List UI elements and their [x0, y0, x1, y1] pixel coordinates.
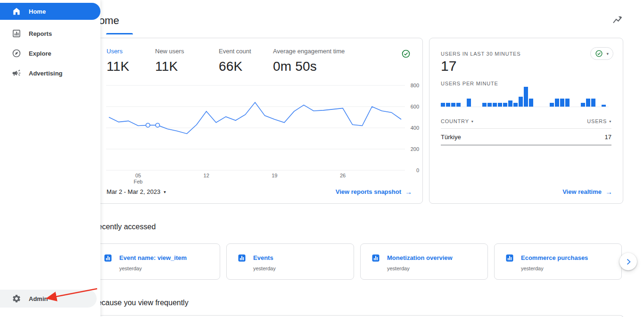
users-per-minute-label: USERS PER MINUTE [441, 81, 498, 86]
users-cell: 17 [605, 133, 611, 141]
realtime-status-button[interactable]: ▾ [590, 47, 613, 60]
analytics-icon [372, 254, 380, 262]
per-minute-bar [586, 99, 590, 107]
users-sort-header[interactable]: USERS ▾ [587, 118, 611, 124]
country-cell: Türkiye [441, 133, 461, 141]
svg-text:400: 400 [411, 125, 419, 131]
metric-value: 11K [107, 59, 129, 74]
per-minute-bar [524, 87, 528, 107]
recent-card-event-name-view-item[interactable]: Event name: view_item yesterday [92, 243, 220, 280]
realtime-title: USERS IN LAST 30 MINUTES [441, 51, 520, 57]
per-minute-bar [482, 103, 487, 107]
svg-text:0: 0 [416, 167, 419, 173]
recent-card-title: Event name: view_item [119, 254, 187, 261]
sidebar-item-reports[interactable]: Reports [0, 24, 100, 43]
recently-accessed-row: Event name: view_item yesterday Events y… [92, 243, 622, 280]
svg-text:Feb: Feb [134, 179, 143, 184]
recent-card-subtitle: yesterday [253, 266, 276, 271]
users-line-chart: 800600400200005Feb121926 [98, 78, 423, 186]
recent-card-subtitle: yesterday [119, 266, 142, 271]
per-minute-bar [493, 103, 497, 107]
sidebar-item-home[interactable]: Home [0, 3, 100, 20]
recent-card-title: Monetization overview [387, 254, 453, 261]
recent-card-monetization-overview[interactable]: Monetization overview yesterday [360, 243, 488, 280]
table-row: Türkiye 17 [441, 129, 611, 145]
per-minute-bar [508, 100, 512, 107]
metric-label: Event count [219, 48, 251, 55]
metric-tab-new-users[interactable]: New users 11K [155, 48, 184, 74]
data-quality-button[interactable] [401, 49, 411, 58]
arrow-right-icon: → [605, 188, 612, 196]
per-minute-bar [602, 105, 606, 107]
metric-value: 0m 50s [273, 59, 345, 74]
recent-card-title: Ecommerce purchases [521, 254, 588, 261]
users-column-label: USERS [587, 118, 607, 124]
recent-card-ecommerce-purchases[interactable]: Ecommerce purchases yesterday [494, 243, 622, 280]
recent-card-events[interactable]: Events yesterday [226, 243, 354, 280]
per-minute-bar [555, 99, 559, 107]
carousel-next-button[interactable] [619, 253, 637, 270]
suggested-section-title: Because you view frequently [92, 299, 189, 307]
metric-tab-engagement-time[interactable]: Average engagement time 0m 50s [273, 48, 345, 74]
check-circle-icon [595, 50, 603, 58]
home-tab-indicator [106, 33, 133, 34]
link-label: View realtime [562, 188, 602, 195]
country-column-label: COUNTRY [441, 118, 469, 124]
svg-text:05: 05 [135, 173, 141, 178]
analytics-icon [238, 254, 246, 262]
sidebar-item-label: Advertising [29, 70, 63, 77]
link-label: View reports snapshot [336, 188, 401, 195]
svg-text:800: 800 [411, 83, 419, 88]
sidebar-item-label: Explore [29, 50, 51, 57]
date-range-label: Mar 2 - Mar 2, 2023 [107, 188, 160, 195]
reports-icon [12, 29, 21, 38]
per-minute-bar [456, 103, 461, 107]
sidebar-item-label: Admin [29, 295, 48, 302]
svg-text:26: 26 [340, 173, 346, 178]
per-minute-bar [529, 99, 533, 107]
metric-label: Users [107, 48, 129, 55]
metric-tab-users[interactable]: Users 11K [107, 48, 129, 74]
country-sort-header[interactable]: COUNTRY ▾ [441, 118, 474, 124]
svg-text:19: 19 [272, 173, 277, 178]
per-minute-bar [441, 103, 445, 107]
advertising-icon [12, 68, 21, 78]
sidebar-item-admin[interactable]: Admin [0, 290, 97, 308]
chevron-right-icon [624, 257, 633, 267]
check-circle-icon [401, 49, 411, 58]
caret-down-icon: ▾ [609, 119, 611, 124]
sidebar-item-label: Reports [29, 30, 52, 37]
svg-text:600: 600 [411, 104, 419, 109]
view-reports-snapshot-link[interactable]: View reports snapshot → [336, 188, 412, 196]
suggested-card-edge [92, 315, 624, 317]
caret-down-icon: ▾ [606, 51, 609, 56]
analytics-icon [104, 254, 112, 262]
insights-button[interactable] [611, 14, 624, 27]
caret-down-icon: ▾ [471, 119, 474, 124]
arrow-right-icon: → [405, 188, 412, 196]
per-minute-bar [451, 103, 455, 107]
table-header-row: COUNTRY ▾ USERS ▾ [441, 115, 611, 129]
metric-value: 11K [155, 59, 184, 74]
per-minute-bar [519, 97, 523, 107]
svg-text:12: 12 [204, 173, 209, 178]
metric-label: New users [155, 48, 184, 55]
per-minute-bar [498, 103, 502, 107]
per-minute-bar [591, 99, 595, 107]
per-minute-bar [581, 103, 585, 107]
per-minute-bar [560, 99, 564, 107]
sidebar-item-advertising[interactable]: Advertising [0, 63, 100, 83]
recent-card-title: Events [253, 254, 273, 261]
date-range-selector[interactable]: Mar 2 - Mar 2, 2023 ▾ [107, 188, 166, 195]
per-minute-bar [503, 103, 507, 107]
recently-accessed-title: Recently accessed [92, 223, 156, 231]
sidebar-item-explore[interactable]: Explore [0, 43, 100, 63]
view-realtime-link[interactable]: View realtime → [562, 188, 612, 196]
metric-label: Average engagement time [273, 48, 345, 55]
users-per-minute-bars [441, 87, 609, 107]
gear-icon [12, 294, 21, 303]
insights-icon [612, 15, 623, 26]
recent-card-subtitle: yesterday [521, 266, 544, 271]
metric-tab-event-count[interactable]: Event count 66K [219, 48, 251, 74]
per-minute-bar [467, 99, 471, 107]
